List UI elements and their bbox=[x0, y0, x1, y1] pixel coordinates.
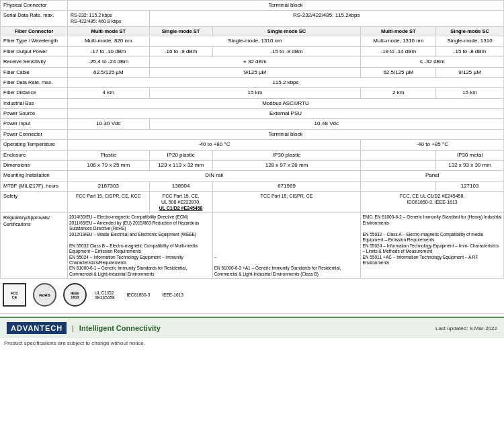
footer-divider bbox=[0, 313, 504, 314]
table-row: Fiber Output Power -17 to -10 dBm -16 to… bbox=[1, 46, 504, 56]
footer-bar: ADVANTECH | Intelligent Connectivity Las… bbox=[0, 317, 504, 338]
cert-icon-fcc: FCCCE bbox=[3, 283, 26, 307]
table-row: Power Connector Terminal block bbox=[1, 129, 504, 139]
table-row: MTBF (MILI217F), hours 2187303 138904 67… bbox=[1, 181, 504, 191]
row-label: Enclosure bbox=[1, 150, 68, 160]
col-header: Single-mode SC bbox=[436, 26, 504, 36]
row-label: Serial Data Rate, max. bbox=[1, 11, 68, 26]
row-label: MTBF (MILI217F), hours bbox=[1, 181, 68, 191]
table-row: Power Source External PSU bbox=[1, 109, 504, 119]
row-value: Panel bbox=[361, 171, 504, 181]
row-value: 15 km bbox=[436, 88, 504, 98]
row-value: FCC Part 15, CE,UL 508 #E222870,UL C1/D2… bbox=[149, 192, 212, 213]
row-value: 9/125 µM bbox=[436, 67, 504, 77]
row-value: 2 km bbox=[361, 88, 436, 98]
row-value: Multi-mode, 820 nm bbox=[68, 36, 150, 46]
table-row: Physical Connector Terminal block bbox=[1, 1, 504, 11]
row-value bbox=[361, 181, 436, 191]
row-value: 2187303 bbox=[68, 181, 150, 191]
row-value: -40 to +80 °C bbox=[68, 140, 361, 150]
row-value: DIN rail bbox=[68, 171, 361, 181]
cert-logo-rohs: RoHS bbox=[33, 283, 56, 307]
row-value: -16 to -9 dBm bbox=[149, 46, 212, 56]
table-row: Safety FCC Part 15, CISPR, CE, KCC FCC P… bbox=[1, 192, 504, 213]
row-label: Physical Connector bbox=[1, 1, 68, 11]
row-value: 10-30 Vdc bbox=[68, 119, 150, 129]
col-header: Single-mode SC bbox=[212, 26, 361, 36]
cert-label-ieee: IEEE-1613 bbox=[162, 292, 183, 297]
footer-note-row: Product specifications are subject to ch… bbox=[0, 338, 504, 348]
row-label: Fiber Distance bbox=[1, 88, 68, 98]
row-value: RS-232/422/485: 115.2kbps bbox=[149, 11, 503, 26]
table-row: Industrial Bus Modbus ASCII/RTU bbox=[1, 98, 504, 108]
column-header-row: Fiber Connector Multi-mode ST Single-mod… bbox=[1, 26, 504, 36]
row-value: 9/125 µM bbox=[149, 67, 361, 77]
cert-label-iec: IEC61850-3 bbox=[127, 292, 151, 297]
row-label: Fiber Data Rate, max. bbox=[1, 77, 68, 87]
table-row: Receive Sensitivity -25.4 to -24 dBm ± 3… bbox=[1, 57, 504, 67]
table-row: Enclosure Plastic IP20 plastic IP30 plas… bbox=[1, 150, 504, 160]
cert-text-labels: UL C1/D2 #E245458 bbox=[95, 290, 115, 300]
row-value: Modbus ASCII/RTU bbox=[68, 98, 504, 108]
row-value: -17 to -10 dBm bbox=[68, 46, 150, 56]
row-label: Fiber Type / Wavelength bbox=[1, 36, 68, 46]
row-value: 62.5/125 µM bbox=[68, 67, 150, 77]
row-value: 2014/30/EU – Electro-magnetic Compatibil… bbox=[68, 213, 213, 279]
row-value: FCC Part 15, CISPR, CE, KCC bbox=[68, 192, 150, 213]
table-row: Fiber Cable 62.5/125 µM 9/125 µM 62.5/12… bbox=[1, 67, 504, 77]
row-label: Mounting Installation bbox=[1, 171, 68, 181]
row-label: Power Source bbox=[1, 109, 68, 119]
footer-brand: ADVANTECH | Intelligent Connectivity bbox=[7, 322, 161, 334]
row-label: Dimensions bbox=[1, 161, 68, 171]
brand-logo: ADVANTECH bbox=[7, 322, 67, 334]
row-label: Power Connector bbox=[1, 129, 68, 139]
cert-logo-ieee: IEEE1613 bbox=[63, 283, 87, 307]
table-row: Regulatory/Approvals/Certifications 2014… bbox=[1, 213, 504, 279]
row-value bbox=[361, 161, 436, 171]
row-value: -15 to -8 dBm bbox=[212, 46, 361, 56]
row-value: 671969 bbox=[212, 181, 361, 191]
row-value: 132 x 93 x 30 mm bbox=[436, 161, 504, 171]
table-row: Power Input 10-30 Vdc 10-48 Vdc bbox=[1, 119, 504, 129]
row-value: -19 to -14 dBm bbox=[361, 46, 436, 56]
row-value: Plastic bbox=[68, 150, 150, 160]
cert-logos-row: FCCCE RoHS IEEE1613 UL C1/D2 #E245458 IE… bbox=[0, 279, 504, 311]
row-value: – EN 61000-6-3 +A1 – Generic Immunity St… bbox=[212, 213, 361, 279]
cert-label-ul2: #E245458 bbox=[95, 295, 115, 300]
row-label: Operating Temperature bbox=[1, 140, 68, 150]
page-wrapper: Physical Connector Terminal block Serial… bbox=[0, 0, 504, 348]
footer-note: Product specifications are subject to ch… bbox=[4, 340, 145, 346]
row-value: IP30 plastic bbox=[212, 150, 361, 160]
row-value: 138904 bbox=[149, 181, 212, 191]
row-value: 127103 bbox=[436, 181, 504, 191]
col-header: Single-mode ST bbox=[149, 26, 212, 36]
row-label: Power Input bbox=[1, 119, 68, 129]
cert-text-iec: IEC61850-3 bbox=[127, 292, 151, 297]
col-header: Fiber Connector bbox=[1, 26, 68, 36]
row-value: 106 x 79 x 25 mm bbox=[68, 161, 150, 171]
col-header: Multi-mode ST bbox=[361, 26, 436, 36]
row-value: ± 32 dBm bbox=[149, 57, 361, 67]
row-value: IP20 plastic bbox=[149, 150, 212, 160]
table-row: Fiber Distance 4 km 15 km 2 km 15 km bbox=[1, 88, 504, 98]
row-value: -15 to -8 dBm bbox=[436, 46, 504, 56]
row-value: Single-mode, 1310 bbox=[436, 36, 504, 46]
row-value: EMC: EN 61000-6-2 – Generic Immunity Sta… bbox=[361, 213, 504, 279]
row-value: 115.2 kbps bbox=[68, 77, 504, 87]
cert-logo-fcc: FCCCE bbox=[3, 283, 26, 307]
row-value: -40 to +85 °C bbox=[361, 140, 504, 150]
row-value: 4 km bbox=[68, 88, 150, 98]
row-label: Fiber Cable bbox=[1, 67, 68, 77]
footer-updated: Last updated: 9-Mar-2022 bbox=[435, 325, 497, 331]
row-value: External PSU bbox=[68, 109, 504, 119]
row-label: Industrial Bus bbox=[1, 98, 68, 108]
table-row: Mounting Installation DIN rail Panel bbox=[1, 171, 504, 181]
row-value: ≤ -32 dBm bbox=[361, 57, 504, 67]
row-value: Terminal block bbox=[68, 129, 504, 139]
brand-tagline: Intelligent Connectivity bbox=[79, 324, 161, 332]
spec-table: Physical Connector Terminal block Serial… bbox=[0, 0, 504, 279]
row-value bbox=[361, 150, 436, 160]
table-row: Dimensions 106 x 79 x 25 mm 123 x 113 x … bbox=[1, 161, 504, 171]
table-row: Fiber Data Rate, max. 115.2 kbps bbox=[1, 77, 504, 87]
cert-icon-ieee: IEEE1613 bbox=[63, 283, 87, 307]
